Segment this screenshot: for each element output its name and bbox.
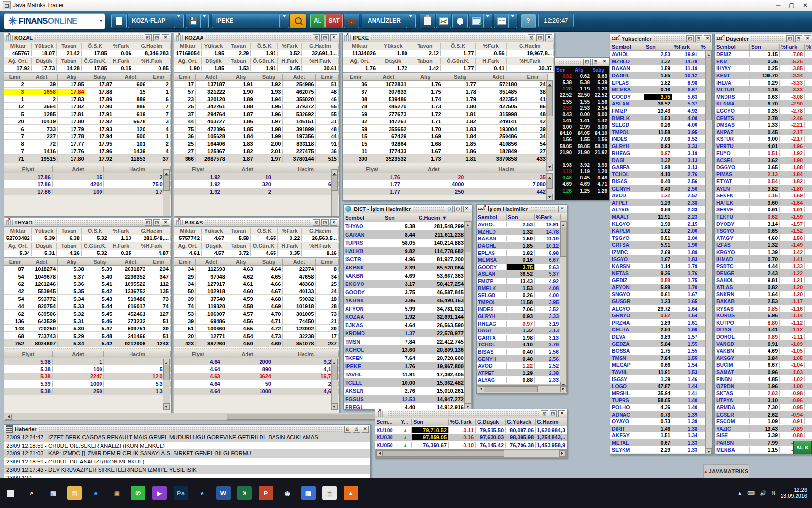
table-row[interactable]: THYAO5.38281,548,299 <box>344 222 472 230</box>
restore-icon[interactable] <box>528 34 535 41</box>
trades-table[interactable]: FiyatAdetHacim5.38155.381005385.38224712… <box>4 350 171 395</box>
table-row[interactable]: MiktarYüksekTavanÖ.S.K%FarkG.Hacim <box>4 42 171 50</box>
table-row[interactable]: 23917.8517.876062 <box>4 81 171 88</box>
task-view-icon[interactable]: ▦ <box>46 486 60 500</box>
order-book[interactable]: EmirAdetAlışSatışAdetEmir23917.8517.8760… <box>4 73 171 163</box>
table-row[interactable]: POLHO4.361.40 <box>610 404 712 411</box>
table-row[interactable]: 722717.7817.945001 <box>4 133 171 140</box>
table-row[interactable]: DGGYO3.65-1.88 <box>715 164 812 171</box>
table-row[interactable]: KLGYO1.902.15 <box>610 220 712 227</box>
table-row[interactable]: 4.614.573.724.650.358.16 <box>174 250 339 257</box>
column-header[interactable]: Son <box>507 214 535 220</box>
window-titlebar[interactable]: BIST - İşlem Hacimliler <box>344 205 472 213</box>
table-row[interactable]: NETAS9.261.76 <box>610 269 712 277</box>
table-row[interactable]: Ağ. Ort.DüşükTabanÖ.Gün.K.H.Fark%H.Fark <box>4 242 171 250</box>
table-row[interactable]: ASLAN36.525.37 <box>610 100 712 107</box>
table-row[interactable]: Ağ. Ort.DüşükTabanÖ.Gün.K.H.Fark%H.Fark <box>174 57 339 65</box>
table-row[interactable]: 385394861.741.7942235441 <box>343 96 548 103</box>
news-list[interactable]: 23/09 12:24:47 - IZZET BERK CAGDAS RENAU… <box>4 433 370 479</box>
column-header[interactable]: Adet <box>478 74 519 80</box>
table-row[interactable]: XU100▲79,710.52-0.1179,515.5080,087.061,… <box>375 426 567 434</box>
table-row[interactable]: 20127714.544.733223817 <box>174 333 339 340</box>
table-row[interactable]: PGSUS12.5314,947,272 <box>344 395 472 403</box>
table-row[interactable]: TMSN7.841.55 <box>610 355 712 362</box>
table-row[interactable]: 46576718.0721.4217.850.068,346,283 <box>4 50 171 58</box>
new-window-dropdown-button[interactable] <box>483 14 492 28</box>
column-header[interactable]: Hacim <box>273 166 339 172</box>
table-row[interactable]: GUSGR1.231.65 <box>610 298 712 305</box>
table-row[interactable]: BUCIM6.67-1.04 <box>715 361 812 369</box>
table-row[interactable]: 5.345.314.265.320.254.87 <box>4 250 171 257</box>
table-row[interactable]: 253422611.881.9537937265 <box>174 103 339 110</box>
column-header[interactable]: Adet <box>196 259 227 265</box>
column-header[interactable]: Hacim <box>104 351 171 357</box>
close-icon[interactable] <box>362 426 369 433</box>
table-row[interactable]: BMELK1.534.08 <box>610 114 712 121</box>
table-row[interactable]: GARFA1.983.13 <box>477 334 567 342</box>
table-row[interactable]: KSTUR9.00-2.17 <box>715 135 812 143</box>
table-row[interactable]: TMPOL11.583.95 <box>610 129 712 136</box>
table-row[interactable]: Ağ. Ort.DüşükTabanÖ.Gün.K.H.Fark%H.Fark <box>4 57 171 65</box>
table-row[interactable]: 233201201.891.9435502046 <box>174 96 339 103</box>
table-row[interactable]: 75280346975.345.4292129061243 <box>4 340 171 347</box>
table-row[interactable]: 711951517.8017.921185337 <box>4 155 171 163</box>
table-row[interactable]: 321472611.711.8224914142 <box>343 118 548 125</box>
symbol-dropdown-button[interactable] <box>279 14 289 28</box>
column-header[interactable]: %G.Fark <box>449 419 476 425</box>
table-row[interactable]: SEKFK1.16-1.69 <box>715 192 812 199</box>
table-row[interactable]: DMSAS1.33-2.21 <box>715 121 812 129</box>
table-row[interactable]: AVHOL2.5319.91 <box>610 51 712 58</box>
table-row[interactable]: EKIZ0.36-5.26 <box>715 58 812 65</box>
quick-order-badge[interactable]: AL S <box>793 441 812 454</box>
table-row[interactable]: 1.762035 <box>343 173 548 180</box>
sell-button[interactable]: SAT <box>325 14 343 28</box>
scrollbar[interactable] <box>705 50 712 455</box>
table-row[interactable]: 58.0558.0558.10 <box>555 143 609 149</box>
table-row[interactable]: TUPRS58.051.40 <box>610 397 712 404</box>
table-row[interactable]: BAKAN1.5911.19 <box>610 65 712 72</box>
table-row[interactable]: 1.411.411.42 <box>555 118 609 124</box>
table-row[interactable]: 1.921019 <box>174 173 339 180</box>
table-row[interactable]: INDES7.063.52 <box>477 306 567 313</box>
table-row[interactable]: MiktarYüksekTavanÖ.S.K%FarkG.Hacim <box>174 42 339 50</box>
table-row[interactable]: 57577424.675.584.65-0.2226,563,5... <box>174 235 339 242</box>
table-row[interactable]: AVHOL2.5319.91 <box>477 221 567 228</box>
column-header[interactable]: Hacim <box>465 166 548 172</box>
restore-icon[interactable] <box>313 34 320 41</box>
table-row[interactable]: MiktarYüksekTavanÖ.S.K%FarkG.Hacim <box>174 227 339 235</box>
table-row[interactable]: MEGAP0.661.54 <box>610 361 712 369</box>
workspace-select[interactable]: KOZA-FLAP <box>128 14 179 28</box>
table-row[interactable]: 1.9224 <box>174 188 339 195</box>
column-header[interactable]: Son <box>555 67 573 73</box>
news-button[interactable] <box>494 14 509 28</box>
column-header[interactable]: Adet <box>283 259 316 265</box>
table-row[interactable]: GARAN8.44211,611,238 <box>344 230 472 239</box>
table-row[interactable]: IZMDC2.691.89 <box>610 249 712 256</box>
whatsapp-icon[interactable]: ✆ <box>131 486 145 500</box>
column-header[interactable]: Adet <box>369 74 408 80</box>
column-header[interactable]: Fiyat <box>4 166 53 172</box>
symbol-search-input[interactable]: IPEKE <box>212 14 284 28</box>
close-icon[interactable] <box>558 206 566 212</box>
table-row[interactable]: DAGI1.323.13 <box>477 327 567 334</box>
app-maximize-icon[interactable] <box>785 0 798 11</box>
column-header[interactable]: Adet <box>114 74 147 80</box>
close-icon[interactable] <box>162 219 169 226</box>
table-row[interactable]: 1.261.251.26 <box>555 188 609 194</box>
table-row[interactable]: AVOD1.222.52 <box>477 362 567 370</box>
column-header[interactable]: Alış <box>58 259 86 265</box>
scrollbar[interactable] <box>163 359 170 410</box>
horizontal-scrollbar[interactable] <box>477 385 567 393</box>
close-icon[interactable] <box>330 34 337 41</box>
table-row[interactable]: HATEK3.60-1.64 <box>715 199 812 206</box>
table-row[interactable]: OYAYO0.731.39 <box>610 418 712 425</box>
table-row[interactable]: GENYH0.402.56 <box>610 185 712 192</box>
chrome-icon[interactable]: ◉ <box>280 486 294 500</box>
table-row[interactable]: 84.1084.0584.10 <box>555 130 609 136</box>
gainers-list[interactable]: SembolSon%Fark%AVHOL2.5319.91MZHLD1.3214… <box>610 43 712 453</box>
scrollbar[interactable] <box>464 221 472 410</box>
column-header[interactable]: G.Hacim ▼ <box>417 215 465 221</box>
table-row[interactable]: MZHLD1.3214.78 <box>477 228 567 236</box>
order-book[interactable]: EmirAdetAlışSatışAdetEmir3610728311.761.… <box>343 73 548 163</box>
file-explorer-icon[interactable]: ▤ <box>67 486 82 500</box>
